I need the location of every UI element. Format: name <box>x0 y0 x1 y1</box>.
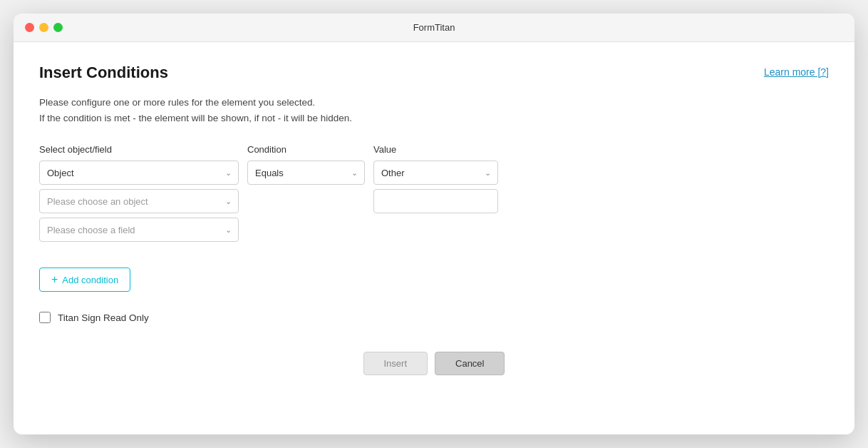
object-field-group: Object ⌄ Please choose an object ⌄ <box>39 161 239 242</box>
value-column-header: Value <box>373 144 498 155</box>
condition-select-wrapper: Equals ⌄ <box>247 161 365 185</box>
close-button[interactable] <box>25 23 34 32</box>
add-condition-button[interactable]: + Add condition <box>39 268 130 292</box>
titan-sign-read-only-checkbox[interactable] <box>39 312 51 323</box>
add-condition-label: Add condition <box>62 275 118 285</box>
description-line2: If the condition is met - the element wi… <box>39 113 352 123</box>
titan-sign-read-only-label[interactable]: Titan Sign Read Only <box>58 312 149 323</box>
insert-button[interactable]: Insert <box>363 352 428 375</box>
object-select-wrapper: Object ⌄ <box>39 161 239 185</box>
choose-field-select-wrapper: Please choose a field ⌄ <box>39 218 239 242</box>
column-headers: Select object/field Condition Value <box>39 144 829 155</box>
titlebar-title: FormTitan <box>413 22 455 33</box>
page-title: Insert Conditions <box>39 63 168 82</box>
description: Please configure one or more rules for t… <box>39 95 829 126</box>
main-window: FormTitan Insert Conditions Learn more [… <box>14 14 854 434</box>
titlebar: FormTitan <box>14 14 854 42</box>
condition-select[interactable]: Equals <box>247 161 365 185</box>
choose-object-select-wrapper: Please choose an object ⌄ <box>39 189 239 213</box>
object-select[interactable]: Object <box>39 161 239 185</box>
cancel-button[interactable]: Cancel <box>435 352 505 375</box>
footer-buttons: Insert Cancel <box>39 345 829 390</box>
choose-field-select[interactable]: Please choose a field <box>39 218 239 242</box>
plus-icon: + <box>51 274 58 285</box>
choose-object-select[interactable]: Please choose an object <box>39 189 239 213</box>
condition-row: Object ⌄ Please choose an object ⌄ <box>39 161 829 242</box>
learn-more-link[interactable]: Learn more [?] <box>764 66 829 78</box>
content-area: Insert Conditions Learn more [?] Please … <box>14 42 854 434</box>
condition-column-header: Condition <box>247 144 365 155</box>
value-select-wrapper: Other ⌄ <box>373 161 498 185</box>
maximize-button[interactable] <box>53 23 63 32</box>
description-line1: Please configure one or more rules for t… <box>39 97 315 108</box>
value-text-input[interactable] <box>373 189 498 213</box>
conditions-section: Select object/field Condition Value Obje… <box>39 144 829 242</box>
object-field-column-header: Select object/field <box>39 144 239 155</box>
header-row: Insert Conditions Learn more [?] <box>39 63 829 82</box>
window-controls <box>25 23 63 32</box>
checkbox-row: Titan Sign Read Only <box>39 312 829 323</box>
value-group: Other ⌄ <box>373 161 498 213</box>
value-select[interactable]: Other <box>373 161 498 185</box>
minimize-button[interactable] <box>39 23 48 32</box>
